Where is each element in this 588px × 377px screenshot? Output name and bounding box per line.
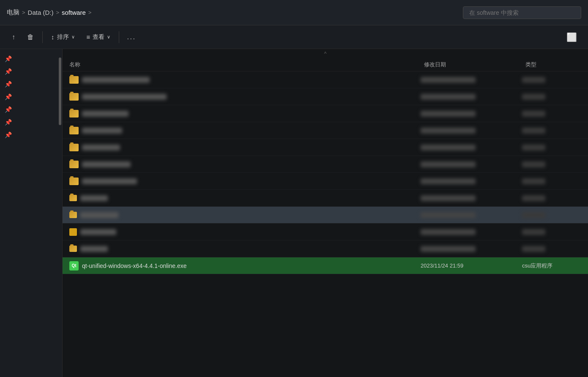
qt-icon: Qt bbox=[69, 261, 79, 270]
file-date bbox=[421, 94, 476, 100]
collapse-arrow[interactable]: ^ bbox=[63, 49, 588, 58]
file-type bbox=[522, 128, 545, 134]
share-icon: ↑ bbox=[12, 33, 15, 41]
breadcrumb: 电脑 > Data (D:) > software > bbox=[7, 8, 91, 16]
file-icon bbox=[69, 228, 77, 236]
file-date bbox=[421, 77, 476, 83]
sort-button[interactable]: ↕ 排序 ∨ bbox=[46, 31, 80, 44]
sidebar-item-4[interactable]: 📌 bbox=[0, 90, 62, 103]
col-header-name: 名称 bbox=[69, 61, 421, 68]
share-button[interactable]: ↑ bbox=[7, 31, 20, 44]
table-row-qt[interactable]: Qt qt-unified-windows-x64-4.4.1-online.e… bbox=[63, 257, 588, 274]
sort-label: 排序 bbox=[57, 33, 69, 41]
file-date bbox=[421, 145, 476, 150]
view-icon: ≡ bbox=[87, 33, 90, 41]
delete-button[interactable]: 🗑 bbox=[22, 31, 39, 44]
folder-icon bbox=[69, 127, 79, 134]
table-row[interactable] bbox=[63, 207, 588, 224]
folder-icon bbox=[69, 144, 79, 151]
sort-chevron-icon: ∨ bbox=[71, 34, 75, 40]
folder-icon bbox=[69, 178, 79, 185]
view-button[interactable]: ≡ 查看 ∨ bbox=[82, 31, 116, 44]
file-name-cell bbox=[69, 161, 421, 168]
file-date: 2023/11/24 21:59 bbox=[421, 262, 522, 269]
file-date bbox=[421, 195, 476, 201]
search-input[interactable] bbox=[463, 6, 581, 19]
file-name-cell bbox=[69, 228, 421, 236]
table-row[interactable] bbox=[63, 105, 588, 122]
table-row[interactable] bbox=[63, 173, 588, 190]
trash-icon: 🗑 bbox=[27, 33, 34, 41]
breadcrumb-drive[interactable]: Data (D:) bbox=[28, 9, 54, 16]
file-type bbox=[522, 111, 545, 117]
file-name-cell bbox=[69, 195, 421, 201]
file-name-cell bbox=[69, 144, 421, 151]
file-name-text bbox=[82, 94, 167, 100]
file-name-text bbox=[80, 195, 108, 201]
column-header: 名称 修改日期 类型 bbox=[63, 58, 588, 71]
breadcrumb-sep2: > bbox=[56, 9, 59, 16]
pin-icon: 📌 bbox=[5, 94, 11, 100]
file-name-cell bbox=[69, 127, 421, 134]
view-chevron-icon: ∨ bbox=[107, 34, 110, 40]
table-row[interactable] bbox=[63, 240, 588, 257]
file-date bbox=[421, 161, 476, 167]
file-name-text bbox=[80, 229, 116, 235]
folder-icon bbox=[69, 246, 77, 252]
file-name-text bbox=[82, 77, 150, 83]
file-type bbox=[522, 178, 545, 184]
file-name-text bbox=[82, 145, 120, 150]
file-name-cell bbox=[69, 76, 421, 84]
sidebar-item-6[interactable]: 📌 bbox=[0, 116, 62, 128]
folder-icon bbox=[69, 110, 79, 117]
file-area: ^ 名称 修改日期 类型 bbox=[63, 49, 588, 377]
sidebar-item-1[interactable]: 📌 bbox=[0, 52, 62, 65]
table-row[interactable] bbox=[63, 190, 588, 207]
table-row[interactable] bbox=[63, 139, 588, 156]
toolbar-divider-1 bbox=[42, 31, 43, 43]
folder-icon bbox=[69, 76, 79, 84]
more-button[interactable]: ... bbox=[123, 31, 140, 43]
table-row[interactable] bbox=[63, 224, 588, 240]
table-row[interactable] bbox=[63, 88, 588, 105]
file-name-text bbox=[82, 161, 131, 167]
pin-icon: 📌 bbox=[5, 68, 11, 74]
folder-icon bbox=[69, 212, 77, 218]
file-name-cell bbox=[69, 93, 421, 101]
breadcrumb-pc[interactable]: 电脑 bbox=[7, 8, 19, 16]
sidebar-item-5[interactable]: 📌 bbox=[0, 103, 62, 116]
file-name-text bbox=[82, 111, 129, 117]
panel-toggle-icon[interactable]: ⬜ bbox=[562, 30, 581, 45]
file-type bbox=[522, 94, 545, 100]
table-row[interactable] bbox=[63, 156, 588, 173]
pin-icon: 📌 bbox=[5, 107, 11, 112]
sidebar-item-3[interactable]: 📌 bbox=[0, 78, 62, 90]
file-type bbox=[522, 77, 545, 83]
file-name-text bbox=[82, 178, 137, 184]
titlebar: 电脑 > Data (D:) > software > bbox=[0, 0, 588, 25]
col-header-date: 修改日期 bbox=[421, 61, 522, 68]
pin-icon: 📌 bbox=[5, 81, 11, 87]
file-type bbox=[522, 212, 545, 218]
sidebar-scrollbar[interactable] bbox=[59, 57, 61, 125]
main-area: 📌 📌 📌 📌 📌 📌 📌 ^ 名称 修改日期 类型 bbox=[0, 49, 588, 377]
sidebar-item-2[interactable]: 📌 bbox=[0, 65, 62, 78]
file-type bbox=[522, 229, 545, 235]
table-row[interactable] bbox=[63, 71, 588, 88]
file-name-text bbox=[80, 246, 108, 252]
file-date bbox=[421, 178, 476, 184]
folder-icon bbox=[69, 93, 79, 101]
sidebar-item-7[interactable]: 📌 bbox=[0, 128, 62, 141]
more-icon: ... bbox=[127, 33, 136, 41]
toolbar-divider-2 bbox=[119, 31, 119, 43]
table-row[interactable] bbox=[63, 122, 588, 139]
folder-icon bbox=[69, 195, 77, 201]
file-name-cell: Qt qt-unified-windows-x64-4.4.1-online.e… bbox=[69, 261, 421, 270]
breadcrumb-current[interactable]: software bbox=[62, 9, 86, 16]
file-date bbox=[421, 229, 476, 235]
file-name-text: qt-unified-windows-x64-4.4.1-online.exe bbox=[82, 262, 186, 269]
col-header-type: 类型 bbox=[522, 61, 581, 68]
file-name-cell bbox=[69, 246, 421, 252]
pin-icon: 📌 bbox=[5, 132, 11, 138]
sort-icon: ↕ bbox=[51, 33, 55, 41]
